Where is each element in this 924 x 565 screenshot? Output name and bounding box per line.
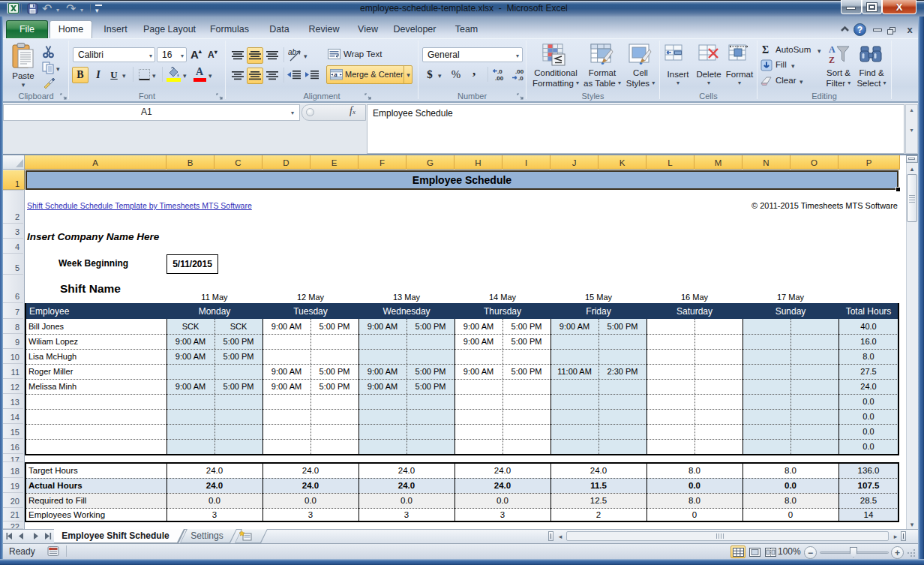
svg-text:.00: .00 [515,68,524,75]
svg-text:a: a [334,71,338,78]
svg-text:Z: Z [829,55,835,65]
svg-text:A: A [829,44,836,55]
svg-text:.0: .0 [497,68,502,75]
svg-text:.0: .0 [518,75,524,82]
svg-text:.00: .00 [495,75,504,82]
